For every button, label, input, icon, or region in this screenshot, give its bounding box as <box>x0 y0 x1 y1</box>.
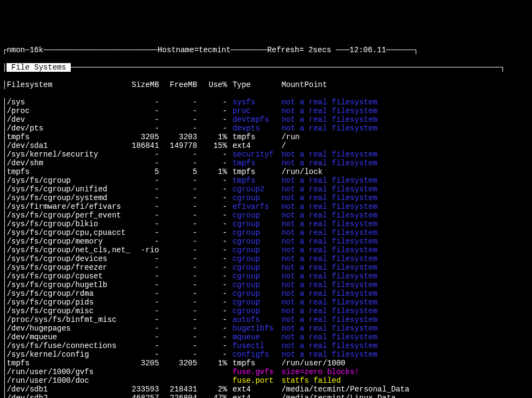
cell-free: - <box>159 202 197 211</box>
cell-mount: not a real filesystem <box>281 159 377 167</box>
cell-use: - <box>197 124 227 133</box>
table-row: │/sys--- sysfsnot a real filesystem <box>2 98 530 107</box>
cell-mount: not a real filesystem <box>281 98 377 107</box>
cell-free: - <box>159 211 197 220</box>
cell-mount: not a real filesystem <box>281 150 377 159</box>
cell-size: - <box>121 115 159 124</box>
table-row: │/sys/fs/cgroup/perf_event--- cgroupnot … <box>2 211 530 220</box>
cell-use: - <box>197 254 227 263</box>
cell-use: - <box>197 324 227 333</box>
cell-free: - <box>159 263 197 272</box>
table-row: │tmpfs551% tmpfs/run/lock <box>2 167 530 176</box>
cell-type: cgroup <box>232 298 281 307</box>
cell-use: - <box>197 115 227 124</box>
cell-size: -rio <box>121 246 159 254</box>
cell-mount: not a real filesystem <box>281 220 377 228</box>
cell-type: cgroup <box>232 237 281 246</box>
cell-use: - <box>197 263 227 272</box>
cell-filesystem: /proc/sys/fs/binfmt_misc <box>7 315 121 324</box>
col-sizemb: SizeMB <box>121 80 159 89</box>
cell-mount: not a real filesystem <box>281 202 377 211</box>
cell-use: - <box>197 350 227 359</box>
cell-size: 233593 <box>121 385 159 394</box>
cell-filesystem: tmpfs <box>7 133 121 141</box>
cell-type: sysfs <box>232 98 281 107</box>
cell-type: tmpfs <box>232 159 281 167</box>
cell-use: - <box>197 341 227 350</box>
table-row: │/sys/fs/cgroup/systemd--- cgroupnot a r… <box>2 194 530 202</box>
table-row: │/sys/fs/fuse/connections--- fusectlnot … <box>2 341 530 350</box>
cell-free: - <box>159 281 197 289</box>
cell-free: - <box>159 176 197 185</box>
cell-size: - <box>121 350 159 359</box>
cell-size: - <box>121 220 159 228</box>
cell-use: - <box>197 246 227 254</box>
cell-size: 468257 <box>121 394 159 398</box>
table-row: │/sys/fs/cgroup/cpu,cpuacct--- cgroupnot… <box>2 228 530 237</box>
cell-filesystem: /sys/fs/cgroup/freezer <box>7 263 121 272</box>
cell-use: - <box>197 315 227 324</box>
terminal-output: { "topbar": { "left": "nmon─16k", "host_… <box>2 11 530 398</box>
cell-size: - <box>121 315 159 324</box>
cell-use: - <box>197 202 227 211</box>
cell-free: - <box>159 272 197 281</box>
cell-filesystem: /dev/sdb2 <box>7 394 121 398</box>
cell-type: hugetlbfs <box>232 324 281 333</box>
cell-use: 1% <box>197 167 227 176</box>
cell-free: - <box>159 159 197 167</box>
cell-mount: /run/lock <box>281 167 323 176</box>
cell-type: cgroup <box>232 254 281 263</box>
col-usepct: Use% <box>197 80 227 89</box>
refresh-value: 2secs <box>308 46 331 54</box>
cell-use: - <box>197 194 227 202</box>
cell-free: 3205 <box>159 359 197 368</box>
cell-free: 226804 <box>159 394 197 398</box>
cell-use: - <box>197 176 227 185</box>
cell-size: - <box>121 228 159 237</box>
col-freemb: FreeMB <box>159 80 197 89</box>
cell-filesystem: /sys/fs/cgroup/cpu,cpuacct <box>7 228 121 237</box>
cell-use: - <box>197 159 227 167</box>
cell-type: cgroup <box>232 289 281 298</box>
cell-filesystem: /sys/fs/cgroup <box>7 176 121 185</box>
cell-size: - <box>121 272 159 281</box>
cell-size: 186841 <box>121 141 159 150</box>
table-row: │/run/user/1000/doc fuse.portstatfs fail… <box>2 376 530 385</box>
cell-type: cgroup <box>232 281 281 289</box>
table-row: │/dev/sdb246825722680447% ext4/media/tec… <box>2 394 530 398</box>
table-header: │FilesystemSizeMBFreeMBUse% TypeMountPoi… <box>2 80 530 89</box>
cell-size: - <box>121 298 159 307</box>
cell-type: tmpfs <box>232 167 281 176</box>
cell-free: - <box>159 107 197 115</box>
cell-filesystem: /sys/kernel/security <box>7 150 121 159</box>
cell-free: - <box>159 220 197 228</box>
cell-mount: not a real filesystem <box>281 194 377 202</box>
cell-free: - <box>159 237 197 246</box>
table-row: │/sys/fs/cgroup/hugetlb--- cgroupnot a r… <box>2 281 530 289</box>
cell-size: - <box>121 98 159 107</box>
table-row: │/sys/fs/cgroup/cpuset--- cgroupnot a re… <box>2 272 530 281</box>
cell-filesystem: /sys <box>7 98 121 107</box>
cell-free: - <box>159 315 197 324</box>
cell-filesystem: /sys/fs/cgroup/hugetlb <box>7 281 121 289</box>
section-title: File Systems <box>7 63 71 72</box>
cell-filesystem: /sys/fs/cgroup/unified <box>7 185 121 194</box>
cell-mount: not a real filesystem <box>281 115 377 124</box>
cell-type: cgroup2 <box>232 185 281 194</box>
cell-free: - <box>159 254 197 263</box>
cell-use: 47% <box>197 394 227 398</box>
cell-mount: not a real filesystem <box>281 176 377 185</box>
cell-free: 5 <box>159 167 197 176</box>
cell-size: - <box>121 263 159 272</box>
cell-mount: not a real filesystem <box>281 298 377 307</box>
cell-mount: size=zero blocks! <box>281 368 359 376</box>
table-row: │/dev/hugepages--- hugetlbfsnot a real f… <box>2 324 530 333</box>
cell-free: - <box>159 324 197 333</box>
cell-mount: not a real filesystem <box>281 281 377 289</box>
cell-type: cgroup <box>232 211 281 220</box>
cell-mount: not a real filesystem <box>281 246 377 254</box>
cell-size: - <box>121 281 159 289</box>
cell-free: - <box>159 307 197 315</box>
table-row: │/sys/fs/cgroup/blkio--- cgroupnot a rea… <box>2 220 530 228</box>
cell-type: autofs <box>232 315 281 324</box>
